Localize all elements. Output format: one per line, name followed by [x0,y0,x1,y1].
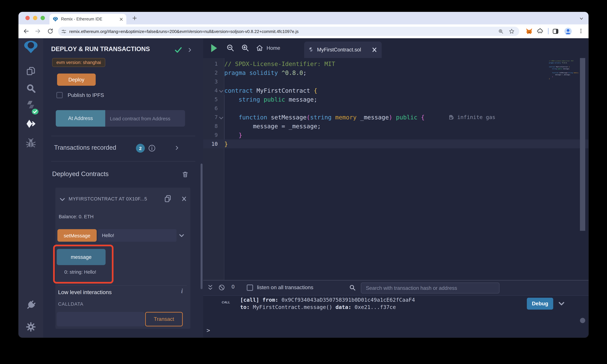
publish-ipfs-label: Publish to IPFS [68,92,104,98]
panel-pin-chevron-icon[interactable] [187,48,192,52]
trash-icon[interactable] [182,171,189,178]
metamask-extension-icon[interactable] [526,28,533,35]
evm-version-badge: evm version: shanghai [52,58,105,67]
zoom-out-icon[interactable] [226,44,235,52]
set-message-button[interactable]: setMessage [57,229,97,242]
info-icon[interactable]: i [181,287,183,295]
code-line[interactable]: 3 [203,77,589,86]
menu-kebab-icon[interactable] [578,28,584,34]
info-circle-icon[interactable] [148,144,156,152]
run-script-play-icon[interactable] [211,43,218,53]
set-message-input[interactable] [98,229,176,242]
editor-area: Home MyFirstContract.sol 1// SPDX-Licens… [203,38,589,338]
side-panel-icon[interactable] [552,28,559,35]
remix-logo-icon[interactable] [23,39,39,54]
terminal-scrollbar-thumb[interactable] [580,318,585,323]
calldata-input[interactable] [57,312,145,326]
gas-pump-icon [449,114,454,120]
forward-button[interactable] [35,28,41,34]
screen: Remix - Ethereum IDE remix.ethereum.org/… [0,0,607,364]
contract-header-label[interactable]: MYFIRSTCONTRACT AT 0X10F...5 [69,196,162,201]
code-line[interactable]: 2pragma solidity ^0.8.0; [203,68,589,77]
terminal: 0 listen on all transactions CALL [call]… [203,280,589,338]
set-message-expand-chevron-icon[interactable] [179,233,185,238]
deploy-and-run-icon[interactable] [26,119,36,130]
plugin-manager-icon[interactable] [26,300,36,310]
tab-search-chevron-icon[interactable] [579,16,584,21]
tab-title: Remix - Ethereum IDE [61,17,119,21]
reload-button[interactable] [47,28,53,34]
code-line[interactable]: 10} [203,140,589,148]
code-lines: 1// SPDX-License-Identifier: MIT2pragma … [203,59,589,148]
remix-favicon-icon [53,16,58,22]
browser-tabstrip: Remix - Ethereum IDE [18,12,589,24]
log-to-label: to: [240,304,250,310]
browser-tab[interactable]: Remix - Ethereum IDE [50,14,126,24]
collapse-terminal-icon[interactable] [207,285,213,291]
home-icon [256,44,263,52]
code-editor[interactable]: 1// SPDX-License-Identifier: MIT2pragma … [203,58,589,280]
listen-transactions-checkbox[interactable] [247,285,253,291]
low-level-title: Low level interactions [58,289,112,296]
tab-home[interactable]: Home [256,43,280,53]
close-window-button[interactable] [26,16,30,20]
at-address-button[interactable]: At Address [56,110,105,127]
file-explorer-icon[interactable] [26,66,36,76]
zoom-in-icon[interactable] [241,44,249,52]
code-line[interactable]: 7 function setMessage(string memory _mes… [203,113,589,122]
minimize-window-button[interactable] [33,16,37,20]
terminal-search-input[interactable] [361,283,500,293]
debug-button[interactable]: Debug [527,298,553,310]
code-line[interactable]: 4contract MyFirstContract { [203,86,589,95]
deployed-contract-card: MYFIRSTCONTRACT AT 0X10F...5 Balance: 0.… [55,188,190,329]
deploy-button[interactable]: Deploy [57,74,96,86]
transactions-expand-chevron-icon[interactable] [174,145,179,150]
browser-window: Remix - Ethereum IDE remix.ethereum.org/… [18,12,589,338]
tab-home-label: Home [266,45,280,51]
code-line[interactable]: 8 message = _message; [203,122,589,130]
extensions-puzzle-icon[interactable] [537,28,543,34]
log-call-label: [call] [240,297,259,303]
divider [51,161,195,162]
settings-gear-icon[interactable] [26,322,36,332]
calldata-label: CALLDATA [58,301,83,307]
new-tab-button[interactable] [132,15,137,21]
code-line[interactable]: 9 } [203,130,589,140]
transact-button[interactable]: Transact [145,312,183,326]
compiler-success-badge [32,108,39,115]
profile-avatar[interactable] [564,27,572,35]
log-expand-chevron-icon[interactable] [558,300,565,307]
zoom-page-icon[interactable] [498,29,504,34]
panel-title: DEPLOY & RUN TRANSACTIONS [51,46,150,53]
code-line[interactable]: 1// SPDX-License-Identifier: MIT [203,59,589,68]
copy-icon[interactable] [164,195,172,203]
indent-guide [224,95,225,140]
editor-toolbar: Home MyFirstContract.sol [203,38,589,58]
divider [51,136,195,136]
code-line[interactable]: 5 string public message; [203,95,589,104]
search-icon[interactable] [26,83,36,93]
editor-scrollbar[interactable] [580,58,585,231]
terminal-prompt[interactable]: > [207,327,210,334]
code-line[interactable]: 6 [203,104,589,113]
maximize-window-button[interactable] [40,16,45,20]
site-settings-icon[interactable] [61,29,66,34]
bookmark-star-icon[interactable] [509,28,515,34]
terminal-count: 0 [232,284,235,290]
remove-contract-icon[interactable] [182,196,187,201]
close-file-tab-icon[interactable] [372,47,377,52]
publish-ipfs-checkbox[interactable] [56,92,63,98]
minimap[interactable]: // SPDX-License-Identifier: MITpragma so… [549,60,579,80]
back-button[interactable] [23,28,29,34]
debugger-icon[interactable] [26,138,36,148]
tab-myfirstcontract[interactable]: MyFirstContract.sol [304,41,382,58]
contract-collapse-chevron-icon[interactable] [59,196,65,202]
at-address-input[interactable] [105,110,185,127]
address-bar[interactable]: remix.ethereum.org/#lang=en&optimize=fal… [58,27,519,36]
panel-scrollbar[interactable] [200,164,203,289]
clear-console-icon[interactable] [218,284,225,291]
panel-check-icon [174,46,182,54]
close-tab-icon[interactable] [119,17,123,21]
message-button[interactable]: message [57,249,106,265]
log-entry[interactable]: [call] from: 0x9Cf934043aD350758391b0D01… [240,296,415,311]
